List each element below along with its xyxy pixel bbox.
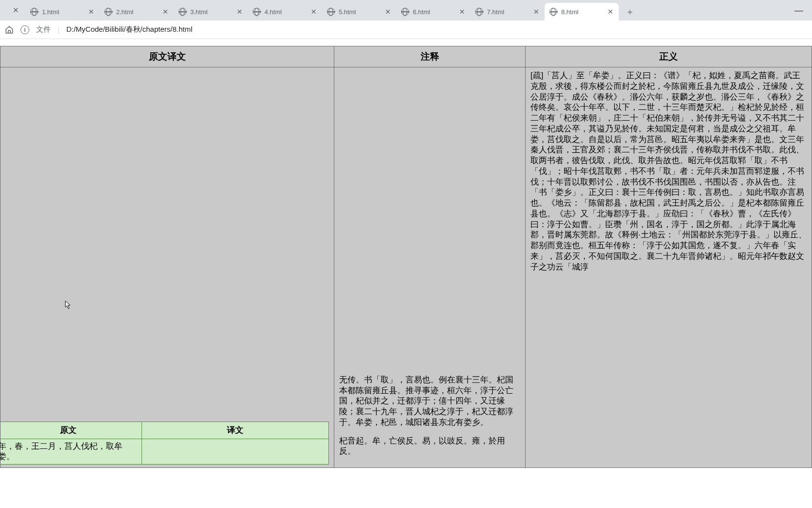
close-tab-icon[interactable]: ✕ xyxy=(533,8,540,15)
cell-zhengyi: [疏]「莒人」至「牟娄」。正义曰：《谱》「杞，姒姓，夏禹之苗裔。武王克殷，求後，… xyxy=(526,67,812,468)
tab-4[interactable]: 4.html ✕ xyxy=(248,3,322,21)
zhengyi-text: [疏]「莒人」至「牟娄」。正义曰：《谱》「杞，姒姓，夏禹之苗裔。武王克殷，求後，… xyxy=(530,70,807,272)
file-scheme-label: 文件 xyxy=(36,25,51,34)
tab-title: 7.html xyxy=(487,8,529,16)
yuanwen-cell: 年，春，王二月，莒人伐杞，取牟娄。 xyxy=(0,439,142,465)
globe-icon xyxy=(253,8,261,16)
tab-title: 2.html xyxy=(116,8,158,16)
annotation-paragraph-2: 杞音起。牟，亡侯反。易，以豉反。雍，於用反。 xyxy=(339,436,520,457)
close-tab-icon[interactable]: ✕ xyxy=(459,8,466,15)
tab-title: 6.html xyxy=(413,8,455,16)
globe-icon xyxy=(179,8,186,16)
tab-title: 4.html xyxy=(264,8,306,16)
tab-6[interactable]: 6.html ✕ xyxy=(396,3,470,21)
url-path[interactable]: D:/MyCode/Bilibili/春秋/chapters/8.html xyxy=(66,25,192,34)
annotation-paragraph-1: 无传。书「取」，言易也。例在襄十三年。杞国本都陈留雍丘县。推寻事迹，桓六年，淳于… xyxy=(339,375,520,428)
cell-original-translation: 原文 译文 年，春，王二月，莒人伐杞，取牟娄。 xyxy=(0,67,334,468)
globe-icon xyxy=(401,8,409,16)
main-layout-table: 原文译文 注释 正义 原文 译文 年，春，王二月，莒人伐杞，取牟娄。 xyxy=(0,46,812,468)
close-tab-icon[interactable]: ✕ xyxy=(385,8,391,15)
info-icon[interactable]: i xyxy=(20,25,29,34)
new-tab-button[interactable]: ＋ xyxy=(623,3,637,21)
close-tab-icon[interactable]: ✕ xyxy=(162,8,169,15)
tab-8-active[interactable]: 8.html ✕ xyxy=(545,3,619,21)
home-icon[interactable] xyxy=(5,25,14,34)
close-tab-icon[interactable]: ✕ xyxy=(236,8,243,15)
tab-title: 5.html xyxy=(339,8,381,16)
tab-7[interactable]: 7.html ✕ xyxy=(470,3,545,21)
original-translation-subtable: 原文 译文 年，春，王二月，莒人伐杞，取牟娄。 xyxy=(0,422,329,465)
close-tab-icon[interactable]: ✕ xyxy=(607,8,614,15)
tab-5[interactable]: 5.html ✕ xyxy=(322,3,396,21)
header-zhengyi: 正义 xyxy=(526,46,812,67)
page-content: 原文译文 注释 正义 原文 译文 年，春，王二月，莒人伐杞，取牟娄。 xyxy=(0,39,812,508)
address-bar: i 文件 | D:/MyCode/Bilibili/春秋/chapters/8.… xyxy=(0,21,812,39)
tab-title: 8.html xyxy=(561,8,603,16)
tab-title: 3.html xyxy=(190,8,232,16)
tab-2[interactable]: 2.html ✕ xyxy=(100,3,174,21)
globe-icon xyxy=(549,8,557,16)
window-minimize-icon[interactable]: — xyxy=(792,0,806,21)
globe-icon xyxy=(327,8,335,16)
browser-tab-bar: ✕ 1.html ✕ 2.html ✕ 3.html ✕ 4.html ✕ 5.… xyxy=(0,0,812,21)
globe-icon xyxy=(104,8,112,16)
globe-icon xyxy=(30,8,38,16)
cell-annotation: 无传。书「取」，言易也。例在襄十三年。杞国本都陈留雍丘县。推寻事迹，桓六年，淳于… xyxy=(334,67,526,468)
header-original-translation: 原文译文 xyxy=(0,46,334,67)
subheader-yuanwen: 原文 xyxy=(0,422,142,439)
tab-title: 1.html xyxy=(42,8,84,16)
subheader-yiwen: 译文 xyxy=(142,422,328,439)
globe-icon xyxy=(475,8,483,16)
header-annotation: 注释 xyxy=(334,46,526,67)
close-tab-icon[interactable]: ✕ xyxy=(310,8,317,15)
tab-3[interactable]: 3.html ✕ xyxy=(174,3,248,21)
leading-close-button[interactable]: ✕ xyxy=(6,0,25,21)
close-tab-icon[interactable]: ✕ xyxy=(88,8,95,15)
tab-1[interactable]: 1.html ✕ xyxy=(25,3,100,21)
yiwen-cell xyxy=(142,439,328,465)
